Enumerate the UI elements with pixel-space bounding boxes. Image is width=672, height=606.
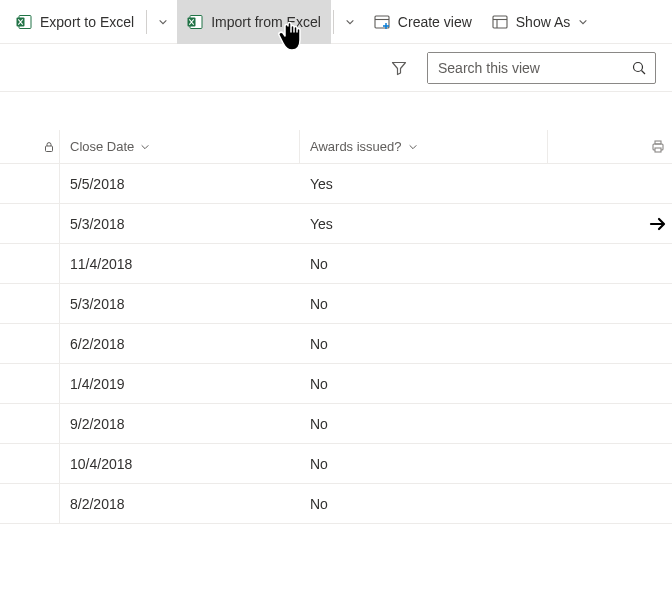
row-lock-cell — [0, 204, 60, 243]
svg-line-10 — [642, 70, 646, 74]
show-as-icon — [492, 14, 508, 30]
toolbar: Export to Excel Import from Excel Create… — [0, 0, 672, 44]
create-view-label: Create view — [398, 14, 472, 30]
export-dropdown-caret[interactable] — [149, 0, 177, 44]
export-to-excel-button[interactable]: Export to Excel — [6, 0, 144, 44]
awards-issued-cell: No — [300, 284, 548, 323]
row-actions-cell — [548, 324, 672, 363]
close-date-cell: 6/2/2018 — [60, 324, 300, 363]
row-lock-cell — [0, 404, 60, 443]
separator — [146, 10, 147, 34]
close-date-cell: 11/4/2018 — [60, 244, 300, 283]
data-grid: Close Date Awards issued? 5/5/2018Yes5/3… — [0, 130, 672, 524]
close-date-cell: 5/3/2018 — [60, 204, 300, 243]
awards-issued-cell: No — [300, 444, 548, 483]
close-date-cell: 8/2/2018 — [60, 484, 300, 523]
actions-column-header — [548, 130, 672, 163]
table-row[interactable]: 9/2/2018No — [0, 404, 672, 444]
separator — [333, 10, 334, 34]
row-actions-cell — [548, 244, 672, 283]
print-icon[interactable] — [650, 139, 666, 155]
search-icon — [623, 60, 655, 76]
svg-rect-13 — [655, 141, 661, 144]
svg-rect-14 — [655, 148, 661, 152]
row-lock-cell — [0, 484, 60, 523]
awards-issued-cell: No — [300, 364, 548, 403]
row-lock-cell — [0, 364, 60, 403]
show-as-button[interactable]: Show As — [482, 0, 598, 44]
funnel-icon — [391, 60, 407, 76]
header-row: Close Date Awards issued? — [0, 130, 672, 164]
svg-rect-6 — [493, 16, 507, 28]
awards-issued-cell: No — [300, 404, 548, 443]
close-date-cell: 1/4/2019 — [60, 364, 300, 403]
row-lock-cell — [0, 444, 60, 483]
awards-issued-cell: No — [300, 244, 548, 283]
lock-column-header — [0, 130, 60, 163]
navigate-arrow-icon[interactable] — [648, 214, 668, 234]
awards-issued-column-header[interactable]: Awards issued? — [300, 130, 548, 163]
awards-issued-header-label: Awards issued? — [310, 139, 402, 154]
row-actions-cell — [548, 164, 672, 203]
table-row[interactable]: 6/2/2018No — [0, 324, 672, 364]
table-row[interactable]: 1/4/2019No — [0, 364, 672, 404]
close-date-cell: 5/3/2018 — [60, 284, 300, 323]
table-row[interactable]: 11/4/2018No — [0, 244, 672, 284]
awards-issued-cell: Yes — [300, 164, 548, 203]
excel-icon — [187, 14, 203, 30]
row-lock-cell — [0, 244, 60, 283]
awards-issued-cell: No — [300, 484, 548, 523]
row-actions-cell — [548, 484, 672, 523]
row-lock-cell — [0, 324, 60, 363]
import-from-excel-button[interactable]: Import from Excel — [177, 0, 331, 44]
search-box[interactable] — [427, 52, 656, 84]
import-from-excel-label: Import from Excel — [211, 14, 321, 30]
row-actions-cell — [548, 444, 672, 483]
excel-icon — [16, 14, 32, 30]
row-actions-cell — [548, 404, 672, 443]
svg-rect-11 — [46, 146, 53, 152]
row-actions-cell — [548, 364, 672, 403]
table-row[interactable]: 5/3/2018Yes — [0, 204, 672, 244]
filter-button[interactable] — [383, 52, 415, 84]
row-actions-cell — [548, 204, 672, 243]
close-date-header-label: Close Date — [70, 139, 134, 154]
row-lock-cell — [0, 164, 60, 203]
table-row[interactable]: 10/4/2018No — [0, 444, 672, 484]
chevron-down-icon — [408, 142, 418, 152]
create-view-icon — [374, 14, 390, 30]
chevron-down-icon — [140, 142, 150, 152]
import-dropdown-caret[interactable] — [336, 0, 364, 44]
row-actions-cell — [548, 284, 672, 323]
close-date-cell: 5/5/2018 — [60, 164, 300, 203]
lock-icon — [43, 141, 55, 153]
close-date-column-header[interactable]: Close Date — [60, 130, 300, 163]
close-date-cell: 10/4/2018 — [60, 444, 300, 483]
subbar — [0, 44, 672, 92]
search-input[interactable] — [428, 53, 623, 83]
table-row[interactable]: 5/5/2018Yes — [0, 164, 672, 204]
close-date-cell: 9/2/2018 — [60, 404, 300, 443]
svg-point-9 — [634, 62, 643, 71]
table-row[interactable]: 5/3/2018No — [0, 284, 672, 324]
awards-issued-cell: No — [300, 324, 548, 363]
export-to-excel-label: Export to Excel — [40, 14, 134, 30]
create-view-button[interactable]: Create view — [364, 0, 482, 44]
chevron-down-icon — [578, 17, 588, 27]
show-as-label: Show As — [516, 14, 570, 30]
awards-issued-cell: Yes — [300, 204, 548, 243]
row-lock-cell — [0, 284, 60, 323]
table-row[interactable]: 8/2/2018No — [0, 484, 672, 524]
